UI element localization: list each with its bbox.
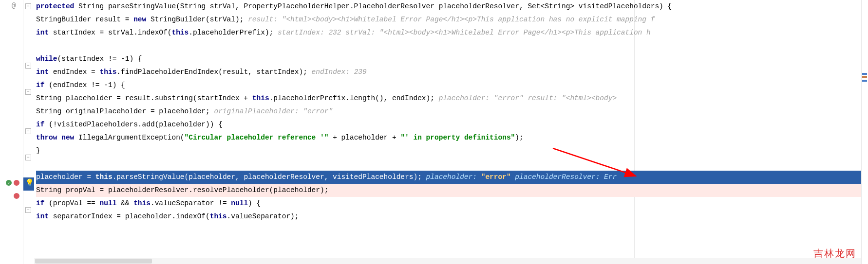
fold-toggle-icon[interactable]: − [25, 3, 31, 9]
code-text: placeholder = [36, 173, 95, 181]
inlay-hint: endIndex: 239 [307, 68, 367, 76]
inlay-hint: result: "<html><body><h1>Whitelabel Erro… [244, 16, 655, 23]
keyword: throw new [36, 134, 74, 141]
code-text: String parseStringValue(String strVal, P… [74, 2, 672, 10]
keyword: this [210, 212, 227, 220]
gutter-fold-column[interactable]: − − − − − − 💡 [23, 0, 34, 264]
code-text: endIndex = [49, 68, 99, 76]
code-line: while(startIndex != -1) { [36, 53, 868, 66]
code-text: StringBuilder(strVal); [146, 16, 244, 23]
code-text: startIndex = strVal.indexOf( [49, 29, 171, 36]
scrollbar-thumb[interactable] [35, 259, 152, 264]
code-line: protected String parseStringValue(String… [36, 0, 868, 13]
code-text: + placeholder + [328, 134, 400, 141]
code-text: .parseStringValue(placeholder, placehold… [113, 173, 422, 181]
string-literal: "Circular placeholder reference '" [185, 134, 329, 141]
code-text: ); [515, 134, 523, 141]
code-line: int separatorIndex = placeholder.indexOf… [36, 210, 868, 223]
code-text: StringBuilder result = [36, 16, 133, 23]
fold-toggle-icon[interactable]: − [25, 207, 31, 213]
code-text: .placeholderPrefix); [189, 29, 273, 36]
code-text: && [116, 199, 133, 207]
stripe-marker[interactable] [862, 73, 867, 75]
fold-toggle-icon[interactable]: − [25, 89, 31, 95]
code-line: int startIndex = strVal.indexOf(this.pla… [36, 26, 868, 39]
code-text: .placeholderPrefix.length(), endIndex); [269, 94, 434, 102]
breakpoint-icon[interactable] [14, 180, 19, 186]
code-text: .valueSeparator != [151, 199, 231, 207]
inlay-hint: placeholder: [422, 173, 481, 181]
intention-bulb-icon[interactable]: 💡 [25, 178, 32, 185]
inlay-hint: placeholder: "error" result: "<html><bod… [434, 94, 617, 102]
code-line: StringBuilder result = new StringBuilder… [36, 13, 868, 26]
keyword: int [36, 68, 49, 76]
keyword: if [36, 199, 44, 207]
code-line: if (endIndex != -1) { [36, 79, 868, 92]
fold-toggle-icon[interactable]: − [25, 155, 31, 160]
keyword: while [36, 55, 57, 63]
code-line: int endIndex = this.findPlaceholderEndIn… [36, 66, 868, 79]
code-line: } [36, 144, 868, 158]
horizontal-scrollbar[interactable] [34, 258, 861, 264]
code-text: IllegalArgumentException( [74, 134, 184, 141]
inlay-hint: placeholderResolver: Err [511, 173, 617, 181]
keyword: if [36, 121, 44, 128]
code-line: if (!visitedPlaceholders.add(placeholder… [36, 118, 868, 131]
keyword: int [36, 29, 49, 36]
code-line: throw new IllegalArgumentException("Circ… [36, 131, 868, 144]
keyword: this [133, 199, 151, 207]
code-line: String placeholder = result.substring(st… [36, 92, 868, 105]
override-marker[interactable]: @ [12, 2, 16, 10]
fold-toggle-icon[interactable]: − [25, 128, 31, 134]
keyword: null [231, 199, 248, 207]
code-line-blank [36, 39, 868, 53]
gutter-change-markers[interactable]: @ ✓ [0, 0, 23, 264]
keyword: if [36, 81, 44, 89]
code-text: ) { [248, 199, 261, 207]
keyword: new [133, 16, 146, 23]
code-text: (startIndex != -1) { [57, 55, 142, 63]
inlay-hint: originalPlaceholder: "error" [210, 107, 333, 115]
error-stripe[interactable] [861, 0, 868, 264]
code-text: (!visitedPlaceholders.add(placeholder)) … [44, 121, 222, 128]
code-text: String propVal = placeholderResolver.res… [36, 186, 328, 194]
code-text: (propVal == [44, 199, 99, 207]
code-line-blank [36, 158, 868, 171]
keyword: null [100, 199, 117, 207]
code-text: .valueSeparator); [227, 212, 299, 220]
code-text: separatorIndex = placeholder.indexOf( [49, 212, 210, 220]
watermark-text: 吉林龙网 [813, 247, 856, 260]
stripe-marker[interactable] [862, 76, 867, 78]
string-literal: "' in property definitions" [400, 134, 515, 141]
code-text: (endIndex != -1) { [44, 81, 125, 89]
code-line: if (propVal == null && this.valueSeparat… [36, 197, 868, 210]
code-editor: @ ✓ − − − − − − 💡 protected String parse… [0, 0, 868, 264]
code-text: } [36, 147, 40, 155]
keyword: this [95, 173, 113, 181]
code-line: String propVal = placeholderResolver.res… [36, 184, 868, 197]
code-text: String placeholder = result.substring(st… [36, 94, 252, 102]
code-text: .findPlaceholderEndIndex(result, startIn… [116, 68, 307, 76]
keyword: this [252, 94, 269, 102]
code-line: String originalPlaceholder = placeholder… [36, 105, 868, 118]
code-text: String originalPlaceholder = placeholder… [36, 107, 210, 115]
inlay-hint-value: "error" [481, 173, 511, 181]
breakpoint-verified-icon[interactable]: ✓ [6, 180, 12, 186]
fold-toggle-icon[interactable]: − [25, 63, 31, 69]
stripe-marker[interactable] [862, 80, 867, 82]
inlay-hint: startIndex: 232 strVal: "<html><body><h1… [273, 29, 650, 36]
keyword: this [100, 68, 117, 76]
keyword: protected [36, 2, 74, 10]
keyword: int [36, 212, 49, 220]
execution-line[interactable]: placeholder = this.parseStringValue(plac… [36, 171, 868, 184]
code-content-area[interactable]: protected String parseStringValue(String… [34, 0, 868, 264]
keyword: this [171, 29, 189, 36]
breakpoint-icon[interactable] [14, 193, 19, 199]
